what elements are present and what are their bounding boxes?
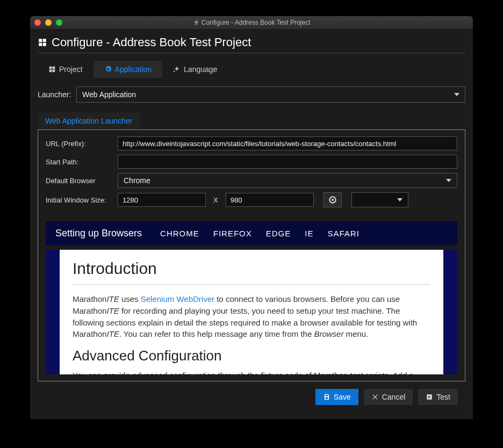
test-button[interactable]: Test [418, 389, 458, 405]
browser-ie[interactable]: IE [305, 229, 313, 238]
footer-buttons: Save Cancel Test [38, 381, 465, 405]
doc-subheading: Advanced Configuration [73, 348, 430, 364]
launcher-label: Launcher: [38, 90, 76, 99]
browser-label: Default Browser [46, 177, 113, 185]
doc-divider [73, 284, 430, 285]
doc-intro-paragraph: MarathonITE uses Selenium WebDriver to c… [73, 293, 430, 340]
cancel-button[interactable]: Cancel [364, 389, 413, 405]
startpath-label: Start Path: [46, 158, 113, 166]
chevron-down-icon [454, 93, 459, 96]
close-icon [371, 393, 379, 401]
doc-advanced-paragraph: You can provide advanced configuration t… [73, 370, 430, 374]
cog-icon [104, 66, 112, 73]
browser-firefox[interactable]: FIREFOX [213, 229, 252, 238]
tab-application[interactable]: Application [94, 61, 163, 78]
tab-language[interactable]: Language [162, 61, 228, 78]
browser-select[interactable]: Chrome [118, 173, 457, 188]
startpath-input[interactable] [118, 155, 457, 169]
zoom-window[interactable] [56, 19, 62, 26]
subtab-web-launcher[interactable]: Web Application Launcher [38, 112, 140, 129]
launcher-select[interactable]: Web Application [76, 86, 465, 103]
launcher-panel: Launcher: Web Application Web Applicatio… [38, 86, 465, 381]
main-tabs: Project Application Language [38, 61, 465, 78]
titlebar: Configure - Address Book Test Project [30, 16, 473, 29]
save-icon [323, 393, 330, 401]
layout-icon [38, 38, 47, 47]
doc-wrap: Introduction MarathonITE uses Selenium W… [46, 250, 457, 374]
doc-heading: Introduction [73, 259, 430, 278]
page-header: Configure - Address Book Test Project [38, 35, 465, 53]
browser-safari[interactable]: SAFARI [327, 229, 359, 238]
chevron-down-icon [397, 198, 403, 201]
runner-icon [193, 19, 199, 26]
titlebar-title: Configure - Address Book Test Project [30, 19, 473, 26]
url-input[interactable] [118, 136, 457, 150]
height-input[interactable] [226, 193, 314, 207]
launcher-config: URL (Prefix): Start Path: Default Browse… [38, 129, 465, 381]
chevron-down-icon [446, 179, 451, 182]
selenium-link[interactable]: Selenium WebDriver [141, 294, 214, 304]
window: Configure - Address Book Test Project Co… [30, 16, 473, 419]
save-button[interactable]: Save [315, 389, 358, 405]
close-window[interactable] [34, 19, 41, 26]
page-title: Configure - Address Book Test Project [52, 35, 251, 49]
sparkle-icon [173, 66, 181, 73]
target-icon [328, 196, 337, 204]
url-label: URL (Prefix): [46, 140, 113, 148]
minimize-window[interactable] [45, 19, 52, 26]
width-input[interactable] [118, 193, 206, 207]
preset-size-select[interactable] [351, 192, 408, 207]
detect-size-button[interactable] [324, 192, 342, 207]
help-document: Introduction MarathonITE uses Selenium W… [60, 250, 443, 374]
content: Configure - Address Book Test Project Pr… [30, 29, 473, 419]
window-controls [34, 19, 62, 26]
browser-help-title: Setting up Browsers [55, 228, 142, 239]
grid-icon [48, 66, 56, 73]
play-icon [426, 393, 433, 401]
browser-edge[interactable]: EDGE [266, 229, 291, 238]
winsize-label: Initial Window Size: [46, 196, 113, 204]
tab-project[interactable]: Project [38, 61, 94, 78]
dimension-separator: X [210, 196, 221, 204]
browser-chrome[interactable]: CHROME [160, 229, 199, 238]
browser-help-bar: Setting up Browsers CHROME FIREFOX EDGE … [46, 221, 457, 245]
